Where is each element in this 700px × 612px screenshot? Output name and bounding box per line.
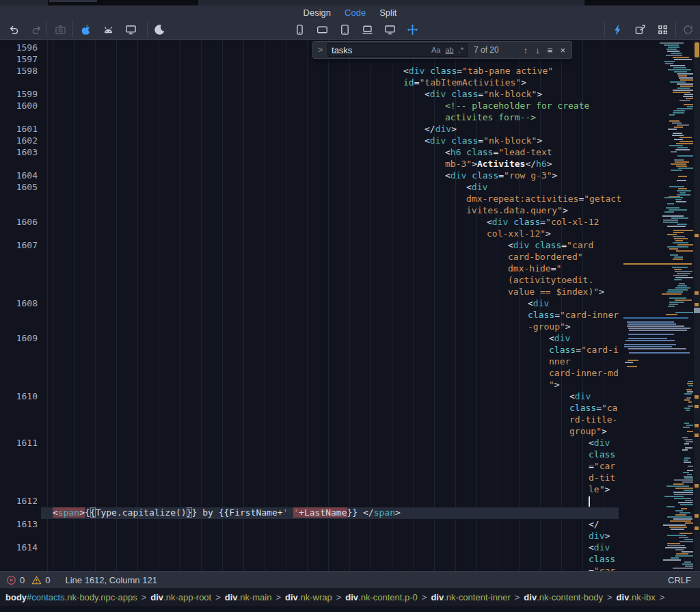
moon-icon[interactable]: [151, 22, 167, 37]
breadcrumb-item[interactable]: #contacts: [27, 592, 65, 602]
breadcrumb-item[interactable]: div: [285, 592, 298, 602]
device-group: [291, 22, 420, 37]
code-line: group">: [569, 426, 607, 438]
breadcrumb-item[interactable]: .nk-ibx: [629, 592, 655, 602]
breadcrumb-separator: >: [275, 592, 281, 602]
whole-word-icon[interactable]: ab: [445, 46, 453, 54]
breadcrumb-item[interactable]: div: [345, 592, 358, 602]
action-group: [609, 22, 671, 37]
breadcrumb-item[interactable]: .nk-body.npc-apps: [65, 592, 137, 602]
line-number: 1612: [16, 496, 38, 507]
code-line: </div>: [425, 124, 457, 135]
redo-icon[interactable]: [28, 22, 44, 37]
line-number: 1598: [16, 66, 38, 77]
breadcrumb-item[interactable]: div: [150, 592, 163, 602]
tab-split[interactable]: Split: [379, 8, 396, 18]
breadcrumb-item[interactable]: .nk-content-body: [537, 592, 603, 602]
line-number: 1603: [16, 147, 38, 159]
status-bar: 0 0 Line 1612, Column 121 CRLF: [0, 571, 700, 588]
line-number: 1610: [16, 391, 38, 403]
breadcrumb-item[interactable]: .nk-main: [238, 592, 272, 602]
code-line: ="car: [589, 566, 615, 571]
line-number: 1601: [16, 124, 38, 135]
share-icon[interactable]: [632, 22, 648, 37]
text-cursor: [589, 496, 590, 507]
scrollbar-mark: [695, 42, 699, 57]
breadcrumb-item[interactable]: div: [524, 592, 537, 602]
desktop-large-icon[interactable]: [381, 22, 398, 37]
tab-design[interactable]: Design: [304, 8, 331, 18]
panel-edge: [584, 0, 700, 5]
code-line: activites form-->: [445, 112, 536, 124]
breadcrumb-item[interactable]: body: [5, 592, 27, 602]
breadcrumb-item[interactable]: .nk-content.p-0: [358, 592, 418, 602]
code-line: <div: [589, 438, 610, 449]
laptop-icon[interactable]: [359, 22, 375, 37]
breadcrumb-item[interactable]: div: [431, 592, 444, 602]
code-line: card-bordered": [508, 252, 583, 263]
match-case-icon[interactable]: Aa: [431, 46, 440, 54]
line-number: 1604: [16, 170, 38, 182]
prev-match-button[interactable]: ↑: [524, 45, 528, 55]
line-number: 1600: [16, 101, 38, 112]
code-line: div>: [589, 531, 610, 542]
line-number: 1611: [16, 438, 38, 449]
undo-icon[interactable]: [5, 22, 22, 37]
breadcrumb-item[interactable]: .nk-wrap: [298, 592, 332, 602]
scrollbar-mark: [695, 527, 699, 530]
code-line: <!-- placeholder for create: [445, 101, 589, 112]
scrollbar-mark: [694, 308, 700, 313]
lightning-icon[interactable]: [609, 22, 625, 37]
line-number: 1605: [16, 182, 38, 194]
android-icon[interactable]: [100, 22, 116, 37]
next-match-button[interactable]: ↓: [535, 45, 540, 55]
tab-code[interactable]: Code: [345, 8, 366, 18]
search-expand-chevron[interactable]: >: [313, 45, 327, 55]
code-line: <div: [528, 298, 549, 310]
refresh-icon[interactable]: [679, 22, 696, 37]
line-number: 1608: [16, 298, 38, 310]
code-line: ="car: [589, 461, 615, 473]
apple-icon[interactable]: [77, 22, 94, 37]
separator: [72, 21, 73, 37]
code-editor[interactable]: 1596159715981599160016011602160316041605…: [0, 40, 700, 571]
scrollbar-mark: [695, 395, 699, 399]
code-line: <div class="card: [508, 240, 593, 252]
snapshot-group: [52, 22, 68, 37]
tablet-landscape-icon[interactable]: [314, 22, 330, 37]
scrollbar-mark: [695, 434, 699, 437]
phone-portrait-icon[interactable]: [291, 22, 308, 37]
camera-icon[interactable]: [52, 22, 68, 37]
bottom-strip: [0, 606, 700, 612]
breadcrumb-separator: >: [336, 592, 342, 602]
code-line: id="tabItemActivities">: [403, 77, 526, 89]
search-menu-button[interactable]: ≡: [548, 45, 553, 55]
breadcrumb-item[interactable]: div: [617, 592, 630, 602]
code-line: class="card-i: [549, 345, 619, 356]
search-input[interactable]: tasks Aa ab .*: [327, 43, 468, 57]
code-line: <div: [549, 333, 570, 345]
regex-icon[interactable]: .*: [459, 46, 463, 54]
scrollbar-mark: [695, 405, 699, 408]
close-search-button[interactable]: ×: [560, 45, 565, 55]
move-icon[interactable]: [404, 22, 420, 37]
qr-code-icon[interactable]: [654, 22, 671, 37]
toolbar: [0, 19, 700, 40]
error-icon: [6, 574, 17, 585]
code-line: ">: [549, 380, 560, 391]
window-tab-strip: [0, 0, 700, 5]
search-query-text: tasks: [332, 45, 427, 55]
breadcrumb-item[interactable]: div: [225, 592, 238, 602]
tablet-portrait-icon[interactable]: [336, 22, 353, 37]
code-line: col-xxl-12">: [487, 228, 551, 240]
minimap[interactable]: [622, 40, 693, 571]
line-number: 1602: [16, 135, 38, 147]
code-line: -group">: [528, 321, 571, 333]
vertical-scrollbar[interactable]: [694, 40, 700, 571]
breadcrumb-item[interactable]: .nk-content-inner: [444, 592, 511, 602]
desktop-icon[interactable]: [122, 22, 139, 37]
code-line: rd-title-: [569, 414, 617, 426]
code-area[interactable]: <div class="tab-pane active"id="tabItemA…: [41, 40, 619, 571]
line-number: 1613: [16, 519, 38, 531]
breadcrumb-item[interactable]: .nk-app-root: [163, 592, 211, 602]
